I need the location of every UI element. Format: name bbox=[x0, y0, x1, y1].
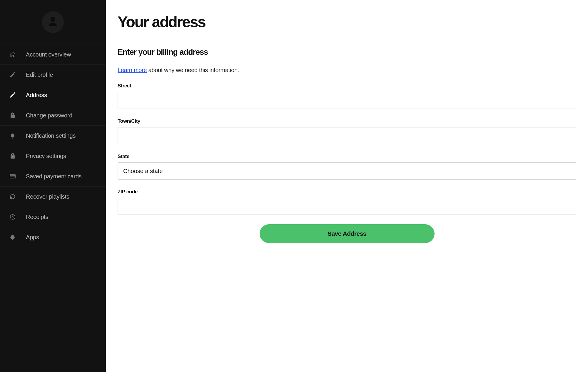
sidebar-item-apps[interactable]: Apps bbox=[0, 227, 106, 247]
sidebar-item-label: Address bbox=[26, 92, 47, 99]
clock-icon bbox=[9, 213, 16, 221]
sidebar-item-edit-profile[interactable]: Edit profile bbox=[0, 64, 106, 85]
user-silhouette-icon bbox=[47, 15, 59, 29]
sidebar-item-saved-payment-cards[interactable]: Saved payment cards bbox=[0, 166, 106, 186]
lock-icon bbox=[9, 152, 16, 160]
sidebar-item-label: Notification settings bbox=[26, 132, 76, 139]
street-label: Street bbox=[118, 83, 576, 89]
state-label: State bbox=[118, 154, 576, 160]
sidebar-item-label: Account overview bbox=[26, 51, 71, 58]
field-group-zip: ZIP code bbox=[118, 189, 576, 215]
state-selected-value: Choose a state bbox=[123, 168, 163, 175]
sidebar-item-label: Receipts bbox=[26, 214, 48, 220]
state-select[interactable]: Choose a state bbox=[118, 162, 576, 180]
card-icon bbox=[9, 172, 16, 180]
svg-rect-1 bbox=[10, 175, 15, 176]
sidebar-item-label: Apps bbox=[26, 234, 39, 241]
sidebar-item-label: Recover playlists bbox=[26, 193, 69, 200]
page-title: Your address bbox=[118, 13, 576, 31]
home-icon bbox=[9, 51, 16, 58]
pencil-icon bbox=[9, 91, 16, 99]
sidebar-item-privacy-settings[interactable]: Privacy settings bbox=[0, 146, 106, 166]
info-line: Learn more about why we need this inform… bbox=[118, 67, 576, 74]
puzzle-icon bbox=[9, 233, 16, 241]
sidebar-item-recover-playlists[interactable]: Recover playlists bbox=[0, 186, 106, 207]
field-group-city: Town/City bbox=[118, 118, 576, 144]
chevron-down-icon bbox=[565, 168, 571, 174]
avatar-container bbox=[0, 0, 106, 44]
zip-label: ZIP code bbox=[118, 189, 576, 195]
save-button-container: Save Address bbox=[118, 224, 576, 243]
learn-more-link[interactable]: Learn more bbox=[118, 67, 147, 73]
sidebar-nav: Account overview Edit profile Address Ch… bbox=[0, 44, 106, 247]
sidebar-item-label: Saved payment cards bbox=[26, 173, 82, 180]
sidebar-item-receipts[interactable]: Receipts bbox=[0, 207, 106, 227]
avatar[interactable] bbox=[42, 11, 64, 33]
info-suffix: about why we need this information. bbox=[147, 67, 239, 73]
sidebar-item-account-overview[interactable]: Account overview bbox=[0, 44, 106, 64]
field-group-street: Street bbox=[118, 83, 576, 109]
city-input[interactable] bbox=[118, 127, 576, 144]
lock-icon bbox=[9, 112, 16, 119]
bell-icon bbox=[9, 132, 16, 140]
sidebar-item-label: Change password bbox=[26, 112, 72, 119]
section-title: Enter your billing address bbox=[118, 48, 576, 57]
field-group-state: State Choose a state bbox=[118, 154, 576, 180]
save-address-button[interactable]: Save Address bbox=[260, 224, 435, 243]
zip-input[interactable] bbox=[118, 198, 576, 215]
sidebar-item-label: Edit profile bbox=[26, 72, 53, 78]
sidebar-item-notification-settings[interactable]: Notification settings bbox=[0, 125, 106, 146]
sidebar-item-address[interactable]: Address bbox=[0, 85, 106, 105]
sidebar-item-change-password[interactable]: Change password bbox=[0, 105, 106, 125]
pencil-icon bbox=[9, 71, 16, 79]
main-content: Your address Enter your billing address … bbox=[106, 0, 588, 372]
sidebar: Account overview Edit profile Address Ch… bbox=[0, 0, 106, 372]
city-label: Town/City bbox=[118, 118, 576, 124]
street-input[interactable] bbox=[118, 92, 576, 109]
sidebar-item-label: Privacy settings bbox=[26, 153, 66, 160]
refresh-icon bbox=[9, 193, 16, 200]
